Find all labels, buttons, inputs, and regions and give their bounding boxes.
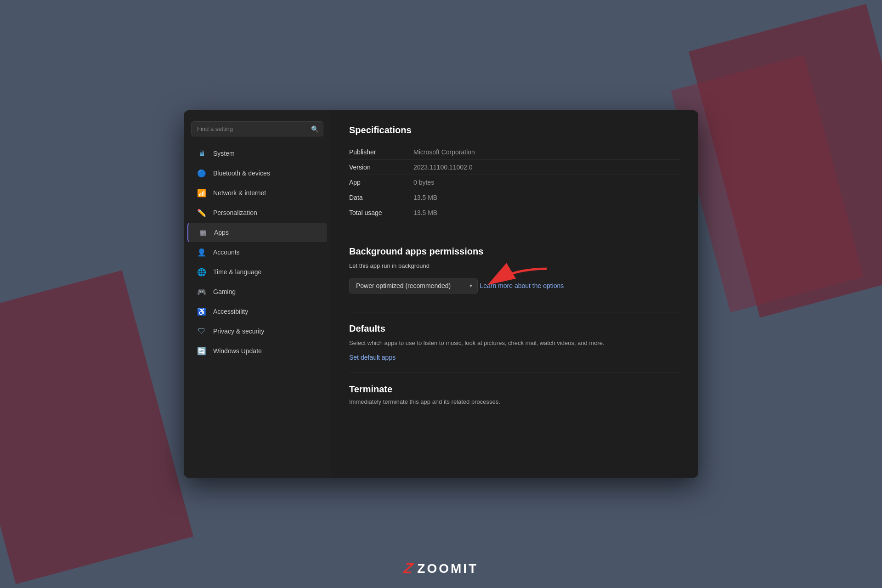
specs-row: Data 13.5 MB	[349, 190, 680, 205]
sidebar-item-update[interactable]: 🔄 Windows Update	[187, 341, 327, 361]
terminate-description: Immediately terminate this app and its r…	[349, 398, 680, 405]
accessibility-icon: ♿	[197, 306, 207, 317]
sidebar-label-system: System	[213, 150, 318, 157]
section-divider-2	[349, 312, 680, 312]
sidebar-item-privacy[interactable]: 🛡 Privacy & security	[187, 322, 327, 341]
bg-perms-title: Background apps permissions	[349, 246, 680, 257]
sidebar-label-accessibility: Accessibility	[213, 308, 318, 315]
search-container: 🔍	[191, 121, 323, 136]
section-divider-3	[349, 373, 680, 373]
defaults-description: Select which apps to use to listen to mu…	[349, 339, 680, 348]
update-icon: 🔄	[197, 346, 207, 356]
sidebar-label-bluetooth: Bluetooth & devices	[213, 170, 318, 177]
sidebar-label-accounts: Accounts	[213, 249, 318, 256]
sidebar-item-time[interactable]: 🌐 Time & language	[187, 262, 327, 282]
specs-row: Total usage 13.5 MB	[349, 205, 680, 220]
sidebar-item-network[interactable]: 📶 Network & internet	[187, 183, 327, 203]
gaming-icon: 🎮	[197, 287, 207, 297]
privacy-icon: 🛡	[197, 326, 207, 336]
zoomit-brand-text: ZOOMIT	[417, 561, 478, 576]
background-dropdown-row: Power optimized (recommended)AlwaysNever…	[349, 278, 478, 294]
sidebar-item-gaming[interactable]: 🎮 Gaming	[187, 282, 327, 301]
section-divider-1	[349, 235, 680, 235]
sidebar-label-personalization: Personalization	[213, 209, 318, 216]
sidebar-label-time: Time & language	[213, 268, 318, 276]
spec-label: App	[349, 179, 413, 186]
sidebar-item-accounts[interactable]: 👤 Accounts	[187, 243, 327, 262]
spec-value: 13.5 MB	[413, 194, 680, 201]
main-content: Specifications Publisher Microsoft Corpo…	[331, 110, 698, 478]
bluetooth-icon: 🔵	[197, 168, 207, 178]
specifications-title: Specifications	[349, 125, 680, 136]
terminate-title: Terminate	[349, 384, 680, 395]
sidebar-label-gaming: Gaming	[213, 288, 318, 295]
sidebar-item-bluetooth[interactable]: 🔵 Bluetooth & devices	[187, 164, 327, 183]
background-dropdown-container: Power optimized (recommended)AlwaysNever…	[349, 278, 478, 294]
specs-row: App 0 bytes	[349, 175, 680, 190]
search-icon: 🔍	[311, 125, 319, 133]
apps-icon: ▦	[198, 227, 208, 237]
nav-list: 🖥 System 🔵 Bluetooth & devices 📶 Network…	[184, 144, 331, 361]
spec-label: Version	[349, 164, 413, 171]
background-app-dropdown[interactable]: Power optimized (recommended)AlwaysNever	[349, 278, 478, 294]
zoomit-z-icon: Z	[402, 560, 414, 577]
spec-value: 13.5 MB	[413, 209, 680, 216]
network-icon: 📶	[197, 188, 207, 198]
system-icon: 🖥	[197, 148, 207, 158]
settings-window: 🔍 🖥 System 🔵 Bluetooth & devices 📶 Netwo…	[184, 110, 698, 478]
spec-value: 0 bytes	[413, 179, 680, 186]
learn-more-link[interactable]: Learn more about the options	[480, 282, 564, 289]
sidebar-item-system[interactable]: 🖥 System	[187, 144, 327, 163]
sidebar-label-update: Windows Update	[213, 347, 318, 355]
sidebar-label-apps: Apps	[214, 229, 318, 236]
specs-row: Publisher Microsoft Corporation	[349, 145, 680, 160]
spec-label: Total usage	[349, 209, 413, 216]
defaults-title: Defaults	[349, 323, 680, 334]
search-input[interactable]	[191, 121, 323, 136]
time-icon: 🌐	[197, 267, 207, 277]
watermark: Z ZOOMIT	[404, 560, 478, 577]
personalization-icon: ✏️	[197, 208, 207, 218]
spec-label: Data	[349, 194, 413, 201]
spec-value: Microsoft Corporation	[413, 148, 680, 156]
sidebar-label-network: Network & internet	[213, 189, 318, 197]
accounts-icon: 👤	[197, 247, 207, 257]
set-default-apps-link[interactable]: Set default apps	[349, 354, 396, 361]
specs-table: Publisher Microsoft Corporation Version …	[349, 145, 680, 220]
sidebar-item-personalization[interactable]: ✏️ Personalization	[187, 203, 327, 222]
sidebar: 🔍 🖥 System 🔵 Bluetooth & devices 📶 Netwo…	[184, 110, 331, 478]
sidebar-item-apps[interactable]: ▦ Apps	[187, 223, 327, 242]
sidebar-item-accessibility[interactable]: ♿ Accessibility	[187, 302, 327, 321]
bg-perms-subtitle: Let this app run in background	[349, 262, 680, 269]
specs-row: Version 2023.11100.11002.0	[349, 160, 680, 175]
spec-label: Publisher	[349, 148, 413, 156]
spec-value: 2023.11100.11002.0	[413, 164, 680, 171]
sidebar-label-privacy: Privacy & security	[213, 328, 318, 335]
